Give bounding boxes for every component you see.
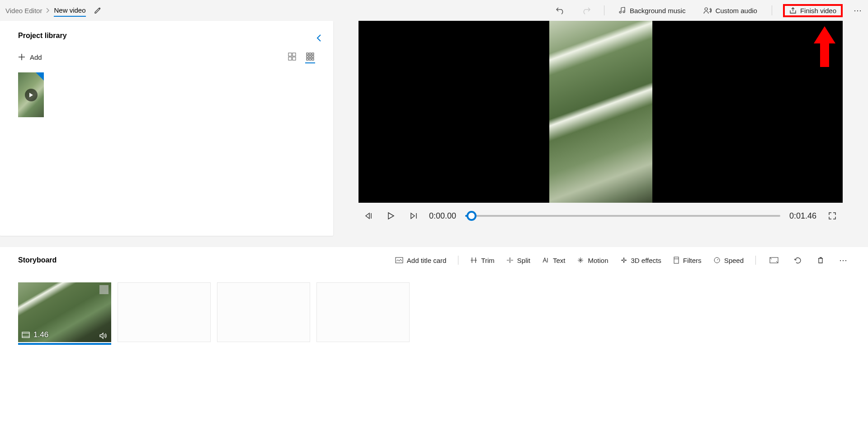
more-storyboard-icon[interactable]: ⋯: [837, 253, 850, 267]
custom-audio-label: Custom audio: [715, 7, 757, 14]
breadcrumb: Video Editor New video: [5, 5, 86, 17]
filters-button[interactable]: Filters: [673, 257, 702, 264]
total-time: 0:01.46: [789, 211, 816, 221]
delete-icon[interactable]: [816, 255, 826, 266]
view-small-grid-icon[interactable]: [305, 51, 315, 63]
video-preview-image: [549, 21, 652, 203]
clip-audio-icon[interactable]: [99, 332, 108, 339]
speed-label: Speed: [724, 257, 744, 264]
fullscreen-icon[interactable]: [826, 209, 839, 223]
divider: [458, 256, 458, 265]
background-music-label: Background music: [630, 7, 685, 14]
speed-icon: [713, 257, 721, 264]
library-thumbnails: [18, 72, 315, 117]
rotate-icon[interactable]: [792, 254, 804, 266]
svg-rect-23: [674, 257, 679, 263]
add-title-card-label: Add title card: [407, 257, 447, 264]
top-actions: Background music Custom audio Finish vid…: [553, 4, 863, 17]
svg-rect-11: [307, 58, 308, 60]
finish-video-button[interactable]: Finish video: [783, 4, 843, 17]
more-icon[interactable]: ⋯: [854, 5, 863, 15]
add-title-card-button[interactable]: Add title card: [395, 257, 447, 264]
play-overlay-icon: [25, 89, 38, 101]
play-icon[interactable]: [385, 209, 397, 223]
clip-resize-icon[interactable]: [99, 285, 108, 294]
project-library-title: Project library: [18, 32, 315, 40]
preview-panel: 0:00.00 0:01.46: [359, 21, 868, 247]
chevron-right-icon: [46, 8, 50, 13]
prev-frame-icon[interactable]: [362, 210, 376, 222]
seek-thumb[interactable]: [467, 211, 476, 221]
video-corner-badge-icon: [36, 72, 44, 81]
seek-slider[interactable]: [465, 215, 780, 217]
redo-icon: [579, 4, 593, 17]
motion-button[interactable]: Motion: [577, 257, 608, 264]
add-media-label: Add: [30, 53, 42, 61]
main-area: Project library Add: [0, 21, 868, 247]
custom-audio-button[interactable]: Custom audio: [700, 5, 761, 16]
top-toolbar: Video Editor New video Background music …: [0, 0, 868, 21]
svg-rect-9: [309, 56, 311, 57]
storyboard-panel: Storyboard Add title card Trim Split Tex…: [0, 247, 868, 429]
svg-rect-27: [22, 332, 29, 338]
storyboard-title: Storyboard: [18, 256, 57, 264]
storyboard-empty-slot[interactable]: [217, 282, 310, 342]
sparkle-icon: [620, 257, 627, 264]
svg-rect-4: [292, 57, 296, 60]
speed-button[interactable]: Speed: [713, 257, 744, 264]
storyboard-actions: Add title card Trim Split Text Motion: [395, 253, 850, 267]
storyboard-empty-slot[interactable]: [118, 282, 211, 342]
breadcrumb-current[interactable]: New video: [54, 6, 85, 17]
person-audio-icon: [703, 7, 712, 14]
annotation-arrow-icon: [814, 26, 835, 67]
collapse-panel-icon[interactable]: [316, 33, 322, 43]
svg-rect-26: [770, 257, 778, 263]
clip-duration: 1.46: [33, 330, 48, 339]
divider: [755, 256, 756, 265]
export-icon: [789, 7, 797, 14]
split-button[interactable]: Split: [506, 257, 530, 264]
finish-video-label: Finish video: [800, 7, 836, 14]
divider: [604, 5, 604, 15]
current-time: 0:00.00: [429, 211, 456, 221]
svg-rect-2: [292, 53, 296, 56]
trim-button[interactable]: Trim: [470, 257, 494, 264]
music-icon: [619, 7, 626, 14]
filters-label: Filters: [683, 257, 702, 264]
split-label: Split: [517, 257, 530, 264]
next-frame-icon[interactable]: [406, 210, 420, 222]
svg-rect-7: [312, 53, 314, 55]
aspect-ratio-icon[interactable]: [768, 255, 780, 265]
motion-label: Motion: [588, 257, 608, 264]
svg-rect-16: [396, 257, 403, 263]
clip-type-icon: [22, 332, 30, 338]
library-clip-thumbnail[interactable]: [18, 72, 44, 117]
add-media-button[interactable]: Add: [18, 53, 42, 61]
svg-rect-10: [312, 56, 314, 57]
text-button[interactable]: Text: [542, 257, 566, 264]
svg-rect-3: [288, 57, 292, 60]
video-preview-frame[interactable]: [359, 21, 843, 203]
3d-effects-button[interactable]: 3D effects: [620, 257, 661, 264]
project-library-panel: Project library Add: [0, 21, 333, 236]
divider: [772, 5, 772, 15]
undo-icon[interactable]: [553, 4, 568, 17]
plus-icon: [18, 53, 25, 61]
filters-icon: [673, 257, 679, 264]
trim-label: Trim: [481, 257, 494, 264]
view-large-grid-icon[interactable]: [287, 51, 297, 63]
svg-rect-12: [309, 58, 311, 60]
storyboard-clip[interactable]: 1.46: [18, 282, 111, 342]
motion-icon: [577, 257, 584, 264]
breadcrumb-root[interactable]: Video Editor: [5, 7, 42, 14]
view-toggle-group: [287, 51, 315, 63]
text-label: Text: [553, 257, 566, 264]
storyboard-header: Storyboard Add title card Trim Split Tex…: [18, 253, 850, 267]
split-icon: [506, 257, 514, 263]
storyboard-empty-slot[interactable]: [316, 282, 410, 342]
edit-name-icon[interactable]: [94, 7, 101, 14]
svg-rect-8: [307, 56, 308, 57]
clip-selection-indicator: [18, 343, 111, 345]
background-music-button[interactable]: Background music: [615, 5, 689, 16]
svg-point-0: [705, 8, 708, 10]
